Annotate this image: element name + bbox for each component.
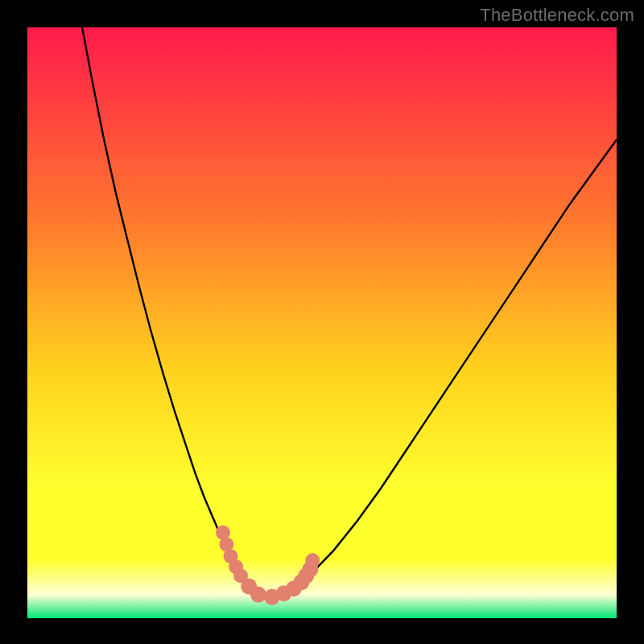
data-marker [305,553,320,568]
watermark-text: TheBottleneck.com [480,5,634,26]
chart-svg [27,27,617,618]
chart-frame: TheBottleneck.com [0,0,644,644]
gradient-background [27,27,617,618]
plot-area [27,27,617,618]
data-marker [250,587,266,603]
